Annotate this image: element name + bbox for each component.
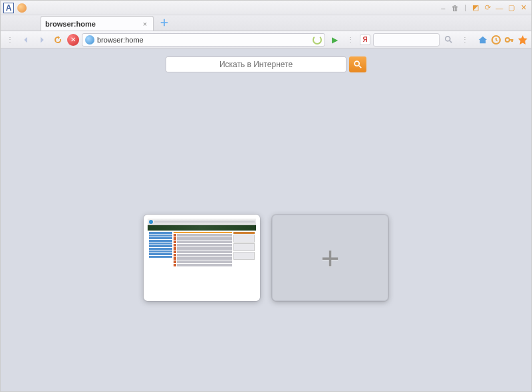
stop-button[interactable]: ✕ bbox=[67, 34, 79, 46]
speed-dial-grid: + bbox=[144, 215, 388, 301]
trash-icon[interactable]: 🗑 bbox=[450, 3, 460, 13]
new-tab-button[interactable] bbox=[158, 16, 171, 29]
maximize-icon[interactable]: ▢ bbox=[506, 3, 517, 13]
toolbar-search-input[interactable] bbox=[373, 33, 440, 47]
alt-app-icon[interactable] bbox=[17, 3, 27, 13]
home-button[interactable] bbox=[477, 33, 489, 47]
svg-line-1 bbox=[450, 40, 452, 43]
key-icon[interactable] bbox=[503, 33, 515, 47]
minimize-icon[interactable]: — bbox=[494, 3, 505, 13]
home-search-input[interactable] bbox=[166, 56, 346, 72]
speed-dial-add[interactable]: + bbox=[272, 215, 388, 301]
search-dropdown-icon[interactable] bbox=[442, 33, 456, 47]
address-input[interactable] bbox=[97, 36, 310, 44]
toolbar: ⋮ ✕ ▶ ⋮ Я ⋮ bbox=[1, 31, 531, 49]
tool2-icon[interactable]: ⟳ bbox=[482, 3, 493, 13]
svg-point-3 bbox=[505, 38, 509, 42]
tab-close-icon[interactable]: × bbox=[141, 20, 149, 28]
title-left-icons: A bbox=[3, 3, 27, 13]
dash-icon[interactable]: – bbox=[438, 3, 448, 13]
yandex-icon[interactable]: Я bbox=[360, 35, 370, 45]
go-button[interactable]: ▶ bbox=[328, 33, 341, 47]
app-icon[interactable]: A bbox=[3, 3, 14, 13]
home-search-button[interactable] bbox=[349, 56, 366, 72]
toolbar-dots-icon[interactable]: ⋮ bbox=[344, 33, 357, 47]
reload-button[interactable] bbox=[51, 33, 65, 47]
tab-active[interactable]: browser:home × bbox=[41, 16, 154, 31]
address-bar[interactable] bbox=[82, 33, 325, 47]
back-button[interactable] bbox=[19, 33, 33, 47]
svg-point-0 bbox=[446, 36, 450, 41]
speed-dial-tile[interactable] bbox=[144, 215, 260, 301]
progress-icon bbox=[313, 35, 322, 45]
plus-icon: + bbox=[321, 240, 339, 276]
bookmark-star-icon[interactable] bbox=[517, 33, 529, 47]
toolbar-right-pack bbox=[477, 33, 529, 47]
forward-button[interactable] bbox=[35, 33, 49, 47]
toolbar-dots2-icon[interactable]: ⋮ bbox=[458, 33, 471, 47]
site-globe-icon bbox=[85, 35, 94, 45]
svg-point-4 bbox=[354, 61, 359, 66]
tab-bar: browser:home × bbox=[1, 15, 531, 31]
title-bar: A – 🗑 | ◩ ⟳ — ▢ ✕ bbox=[1, 1, 531, 15]
content-area: + bbox=[1, 49, 531, 391]
history-button[interactable] bbox=[490, 33, 502, 47]
tab-title: browser:home bbox=[45, 20, 137, 28]
close-window-icon[interactable]: ✕ bbox=[518, 3, 529, 13]
home-search bbox=[166, 56, 366, 72]
title-right-icons: – 🗑 | ◩ ⟳ — ▢ ✕ bbox=[438, 3, 529, 13]
tool1-icon[interactable]: ◩ bbox=[470, 3, 481, 13]
menu-dots-icon[interactable]: ⋮ bbox=[3, 33, 17, 47]
speed-dial-thumbnail bbox=[148, 219, 256, 297]
svg-line-5 bbox=[359, 66, 362, 68]
